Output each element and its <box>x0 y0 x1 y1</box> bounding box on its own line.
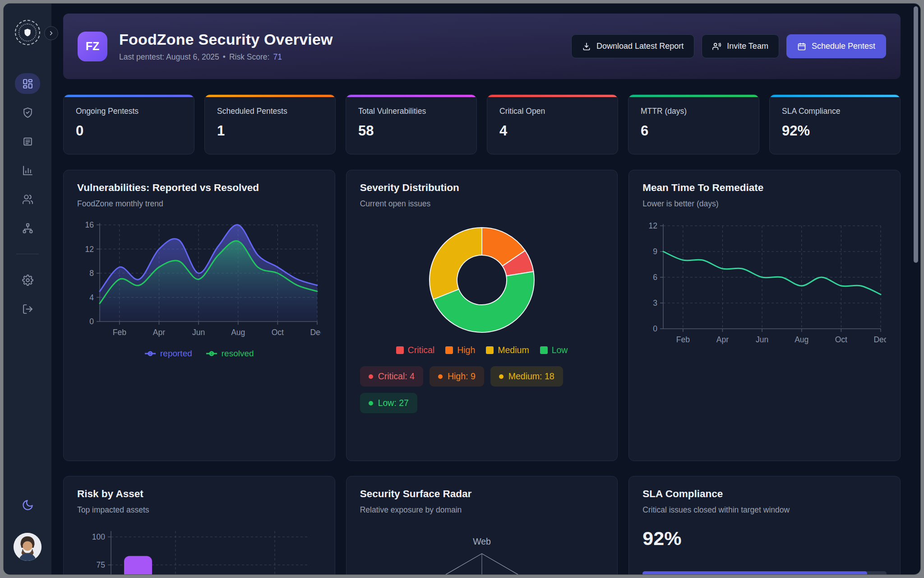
sidebar-expand-button[interactable] <box>44 26 58 40</box>
download-report-label: Download Latest Report <box>596 42 684 51</box>
kpi-critical-open: Critical Open 4 <box>487 94 618 154</box>
card-mttr: Mean Time To Remediate Lower is better (… <box>628 170 901 461</box>
kpi-label: SLA Compliance <box>782 107 888 116</box>
bar-chart-icon <box>22 165 33 176</box>
shield-logo-icon <box>15 20 40 45</box>
legend-label: Low <box>552 345 568 355</box>
card-title: SLA Compliance <box>642 488 887 500</box>
sidebar-item-logout[interactable] <box>15 298 40 319</box>
kpi-accent-bar <box>64 95 194 97</box>
mttr-line-chart: 036912FebAprJunAugOctDec <box>642 219 887 353</box>
svg-text:3: 3 <box>653 298 658 308</box>
svg-text:4: 4 <box>89 293 94 302</box>
org-badge: FZ <box>78 32 107 61</box>
card-title: Risk by Asset <box>77 488 321 500</box>
dark-mode-toggle[interactable] <box>22 499 34 511</box>
card-subtitle: Critical issues closed within target win… <box>642 505 887 515</box>
svg-text:0: 0 <box>89 317 94 326</box>
legend-item-reported[interactable]: reported <box>144 349 192 359</box>
sidebar-item-reports[interactable] <box>15 131 40 152</box>
severity-donut-chart <box>360 224 604 339</box>
sidebar-item-team[interactable] <box>15 189 40 210</box>
download-report-button[interactable]: Download Latest Report <box>571 34 694 58</box>
legend-swatch <box>445 346 453 354</box>
card-subtitle: Relative exposure by domain <box>360 505 604 515</box>
kpi-accent-bar <box>770 95 900 97</box>
svg-text:8: 8 <box>89 269 94 278</box>
header-banner: FZ FoodZone Security Overview Last pente… <box>63 14 901 79</box>
kpi-total-vulnerabilities: Total Vulnerabilities 58 <box>346 94 477 154</box>
schedule-pentest-button[interactable]: Schedule Pentest <box>786 34 886 58</box>
legend-label: High <box>457 345 475 355</box>
app-window: FZ FoodZone Security Overview Last pente… <box>4 4 920 574</box>
severity-count-badge: Low: 27 <box>360 393 417 413</box>
legend-label: Medium <box>498 345 529 355</box>
svg-text:16: 16 <box>85 220 94 229</box>
severity-legend-item-critical[interactable]: Critical <box>396 345 435 355</box>
sla-progress-fill <box>642 571 867 574</box>
risk-by-asset-bar-chart: 10075 <box>77 526 321 574</box>
severity-legend-item-low[interactable]: Low <box>540 345 568 355</box>
sidebar-item-analytics[interactable] <box>15 160 40 181</box>
kpi-label: MTTR (days) <box>641 107 747 116</box>
kpi-accent-bar <box>628 95 759 97</box>
sidebar-item-dashboard[interactable] <box>15 73 40 94</box>
vertical-scrollbar-thumb[interactable] <box>914 6 918 263</box>
invite-team-label: Invite Team <box>727 42 768 51</box>
svg-text:100: 100 <box>92 532 105 541</box>
kpi-label: Scheduled Pentests <box>217 107 323 116</box>
badge-text: Medium: 18 <box>508 371 554 382</box>
kpi-sla-compliance: SLA Compliance 92% <box>769 94 901 154</box>
card-subtitle: Lower is better (days) <box>642 199 887 209</box>
invite-team-button[interactable]: Invite Team <box>702 34 779 58</box>
download-icon <box>582 42 591 51</box>
badge-text: Critical: 4 <box>378 371 415 382</box>
severity-count-badge: High: 9 <box>430 366 484 387</box>
legend-swatch <box>540 346 548 354</box>
kpi-value: 92% <box>782 123 888 139</box>
badge-dot <box>438 374 443 379</box>
kpi-value: 58 <box>358 123 464 139</box>
risk-score-value: 71 <box>273 52 282 62</box>
severity-legend-item-high[interactable]: High <box>445 345 475 355</box>
legend-label: reported <box>160 349 192 359</box>
sidebar-item-settings[interactable] <box>15 270 40 290</box>
moon-icon <box>22 499 34 511</box>
sidebar <box>4 4 51 574</box>
kpi-row: Ongoing Pentests 0 Scheduled Pentests 1 … <box>63 94 901 154</box>
legend-swatch <box>396 346 404 354</box>
card-sla-compliance: SLA Compliance Critical issues closed wi… <box>628 476 901 574</box>
sidebar-item-shield-check[interactable] <box>15 102 40 123</box>
gear-icon <box>22 275 33 286</box>
svg-text:Oct: Oct <box>272 328 284 337</box>
card-risk-by-asset: Risk by Asset Top impacted assets 10075 <box>63 476 335 574</box>
sidebar-item-assets-network[interactable] <box>15 218 40 238</box>
svg-text:Aug: Aug <box>795 335 808 344</box>
svg-text:Oct: Oct <box>835 335 847 344</box>
card-title: Mean Time To Remediate <box>642 182 887 194</box>
radar-axis-label-web: Web <box>473 536 491 546</box>
kpi-value: 0 <box>76 123 182 139</box>
card-vulnerabilities-trend: Vulnerabilities: Reported vs Resolved Fo… <box>63 170 335 461</box>
svg-text:Apr: Apr <box>716 335 729 344</box>
sidebar-divider <box>16 254 39 254</box>
severity-count-badge: Critical: 4 <box>360 366 423 387</box>
chevron-right-icon <box>48 30 55 37</box>
svg-text:Feb: Feb <box>113 328 126 337</box>
shield-check-icon <box>22 107 33 118</box>
legend-item-resolved[interactable]: resolved <box>206 349 254 359</box>
logout-icon <box>22 303 33 315</box>
svg-text:75: 75 <box>97 560 105 569</box>
card-title: Severity Distribution <box>360 182 604 194</box>
severity-legend: CriticalHighMediumLow <box>360 345 604 355</box>
severity-legend-item-medium[interactable]: Medium <box>486 345 529 355</box>
page-subtitle: Last pentest: August 6, 2025 • Risk Scor… <box>119 52 333 62</box>
kpi-scheduled-pentests: Scheduled Pentests 1 <box>204 94 336 154</box>
subtitle-separator: • <box>223 52 226 62</box>
badge-dot <box>369 374 373 379</box>
user-avatar[interactable] <box>14 533 42 561</box>
last-pentest-text: Last pentest: August 6, 2025 <box>119 52 219 62</box>
legend-label: resolved <box>222 349 254 359</box>
kpi-value: 4 <box>499 123 605 139</box>
svg-text:Aug: Aug <box>231 328 245 337</box>
